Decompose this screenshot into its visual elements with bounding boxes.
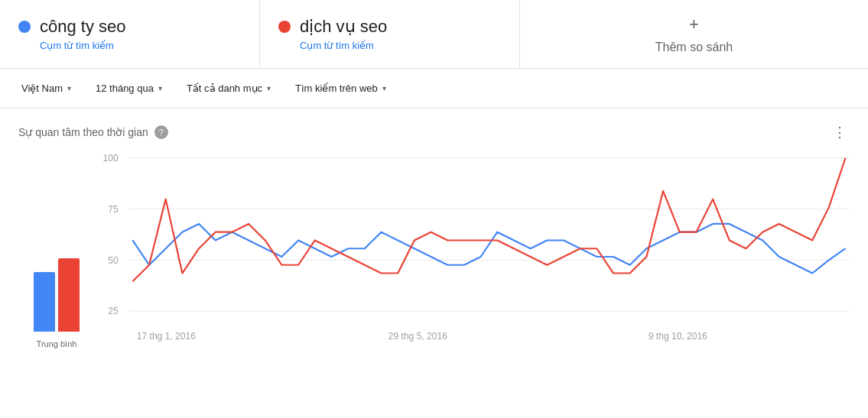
average-bar-section: Trung bình (18, 150, 95, 364)
term1-sub: Cụm từ tìm kiếm (18, 40, 241, 51)
help-icon[interactable]: ? (154, 125, 168, 139)
y-label-25: 25 (108, 306, 119, 316)
avg-bar-1 (34, 272, 55, 332)
term-item-1: công ty seo Cụm từ tìm kiếm (0, 0, 260, 68)
more-options-icon[interactable]: ⋮ (830, 121, 850, 144)
avg-bars (34, 240, 80, 332)
chevron-down-icon: ▾ (382, 84, 386, 92)
term1-name: công ty seo (40, 17, 126, 37)
terms-bar: công ty seo Cụm từ tìm kiếm dịch vụ seo … (0, 0, 868, 69)
chevron-down-icon: ▾ (67, 84, 71, 92)
term2-sub: Cụm từ tìm kiếm (278, 40, 501, 51)
chevron-down-icon: ▾ (267, 84, 271, 92)
filter-period[interactable]: 12 tháng qua ▾ (86, 78, 171, 99)
term2-dot (278, 21, 291, 33)
filter-type[interactable]: Tìm kiếm trên web ▾ (286, 78, 395, 99)
filters-bar: Việt Nam ▾ 12 tháng qua ▾ Tất cả danh mụ… (0, 69, 868, 109)
section-title-row: Sự quan tâm theo thời gian ? (18, 125, 168, 139)
plus-icon: + (689, 15, 699, 34)
section-title: Sự quan tâm theo thời gian (18, 126, 148, 138)
x-label-2: 29 thg 5, 2016 (388, 331, 447, 342)
x-label-1: 17 thg 1, 2016 (137, 331, 196, 342)
filter-category[interactable]: Tất cả danh mục ▾ (177, 78, 280, 99)
y-label-100: 100 (103, 153, 119, 164)
add-compare-button[interactable]: + Thêm so sánh (520, 0, 868, 68)
chart-container: Trung bình 100 75 50 25 17 thg 1, 2016 2… (18, 150, 850, 376)
filter-period-label: 12 tháng qua (96, 83, 154, 94)
add-compare-label: Thêm so sánh (655, 41, 733, 54)
section-header: Sự quan tâm theo thời gian ? ⋮ (18, 121, 850, 144)
avg-bar-2 (58, 258, 80, 332)
avg-label: Trung bình (37, 339, 77, 348)
term1-dot (18, 21, 31, 33)
term-item-2: dịch vụ seo Cụm từ tìm kiếm (260, 0, 520, 68)
chevron-down-icon: ▾ (158, 84, 162, 92)
y-label-50: 50 (108, 255, 119, 266)
filter-region[interactable]: Việt Nam ▾ (12, 78, 80, 99)
line-chart-area: 100 75 50 25 17 thg 1, 2016 29 thg 5, 20… (95, 150, 850, 364)
filter-type-label: Tìm kiếm trên web (295, 83, 378, 94)
interest-over-time-section: Sự quan tâm theo thời gian ? ⋮ Trung bìn… (0, 109, 868, 376)
filter-category-label: Tất cả danh mục (187, 83, 262, 94)
y-label-75: 75 (108, 204, 119, 215)
line-chart-svg: 100 75 50 25 17 thg 1, 2016 29 thg 5, 20… (95, 150, 850, 364)
term2-name: dịch vụ seo (300, 17, 387, 37)
filter-region-label: Việt Nam (21, 83, 63, 94)
x-label-3: 9 thg 10, 2016 (649, 331, 707, 342)
